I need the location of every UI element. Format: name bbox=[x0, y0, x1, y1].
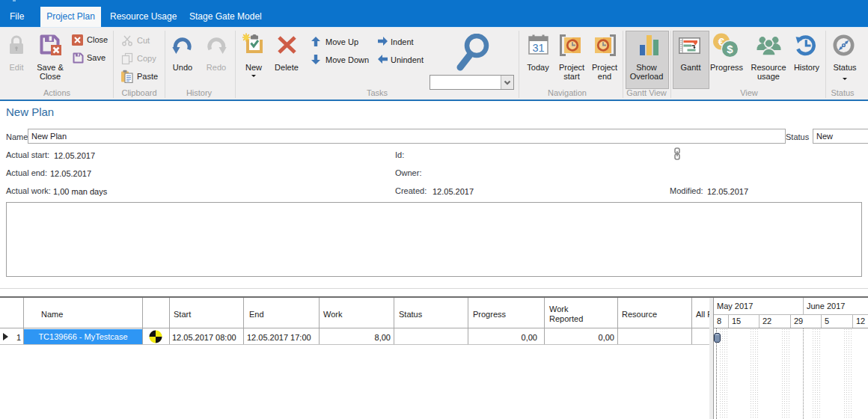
col-line bbox=[544, 298, 545, 345]
gantt-button[interactable]: Gantt bbox=[681, 63, 701, 72]
actual-end-value: 12.05.2017 bbox=[50, 169, 91, 178]
col-header-progress[interactable]: Progress bbox=[473, 310, 506, 319]
cell-work-reported[interactable]: 0,00 bbox=[547, 333, 614, 342]
tab-project-plan[interactable]: Project Plan bbox=[40, 7, 101, 27]
notes-textarea[interactable] bbox=[6, 202, 862, 277]
modified-value: 12.05.2017 bbox=[707, 187, 748, 196]
group-separator bbox=[519, 31, 519, 98]
col-line bbox=[691, 298, 692, 345]
group-label-actions: Actions bbox=[43, 88, 70, 97]
tab-resource-usage[interactable]: Resource Usage bbox=[110, 11, 177, 22]
owner-label: Owner: bbox=[395, 168, 421, 177]
tab-file[interactable]: File bbox=[10, 11, 24, 22]
indent-button[interactable]: Indent bbox=[391, 37, 414, 46]
actual-work-label: Actual work: bbox=[6, 186, 51, 195]
copy-button[interactable]: Copy bbox=[137, 54, 156, 63]
group-separator bbox=[113, 31, 114, 98]
progress-button[interactable]: Progress bbox=[710, 63, 743, 72]
cell-work[interactable]: 8,00 bbox=[322, 333, 391, 342]
cut-icon bbox=[122, 35, 132, 46]
gantt-month-divider bbox=[803, 298, 804, 314]
task-type-icon bbox=[149, 330, 162, 343]
progress-icon: € $ bbox=[712, 33, 739, 58]
group-label-history: History bbox=[186, 88, 212, 97]
undo-button[interactable]: Undo bbox=[173, 63, 192, 72]
grid-row-bottom-border bbox=[0, 344, 709, 345]
col-header-start[interactable]: Start bbox=[174, 310, 191, 319]
project-end-button[interactable]: Project end bbox=[588, 63, 621, 81]
move-down-button[interactable]: Move Down bbox=[326, 55, 369, 64]
col-header-name[interactable]: Name bbox=[41, 310, 63, 319]
project-end-icon bbox=[593, 34, 617, 56]
col-line bbox=[617, 298, 618, 345]
edit-button[interactable]: Edit bbox=[10, 63, 24, 72]
today-button[interactable]: Today bbox=[527, 63, 548, 72]
col-line bbox=[142, 298, 143, 345]
gantt-week-divider bbox=[852, 314, 853, 328]
name-input[interactable]: New Plan bbox=[28, 129, 786, 144]
combobox-dropdown-button[interactable] bbox=[501, 76, 513, 89]
status-dropdown-caret[interactable] bbox=[843, 78, 847, 80]
group-label-clipboard: Clipboard bbox=[121, 88, 156, 97]
col-header-end[interactable]: End bbox=[249, 310, 264, 319]
row-indicator-arrow bbox=[3, 333, 8, 340]
col-header-resource[interactable]: Resource bbox=[622, 310, 657, 319]
gantt-week-22: 22 bbox=[762, 316, 771, 325]
unindent-icon bbox=[378, 55, 388, 64]
col-line bbox=[243, 298, 244, 345]
group-separator bbox=[165, 31, 165, 98]
delete-button[interactable]: Delete bbox=[275, 63, 299, 72]
gantt-week-29: 29 bbox=[794, 316, 803, 325]
col-line bbox=[319, 298, 320, 345]
resource-usage-button[interactable]: Resource usage bbox=[747, 63, 790, 81]
move-up-button[interactable]: Move Up bbox=[326, 37, 358, 46]
save-button[interactable]: Save bbox=[87, 53, 106, 62]
show-overload-button[interactable]: Show Overload bbox=[625, 63, 668, 81]
col-header-work[interactable]: Work bbox=[323, 310, 342, 319]
col-line bbox=[394, 298, 394, 345]
history-button[interactable]: History bbox=[794, 63, 819, 72]
splitter-line[interactable] bbox=[0, 288, 868, 289]
col-line bbox=[169, 298, 170, 345]
show-overload-icon bbox=[639, 35, 658, 56]
redo-button[interactable]: Redo bbox=[207, 63, 226, 72]
gantt-week-divider bbox=[728, 314, 729, 328]
tab-stage-gate-model[interactable]: Stage Gate Model bbox=[189, 11, 262, 22]
cell-progress[interactable]: 0,00 bbox=[471, 333, 537, 342]
gantt-icon bbox=[679, 37, 700, 54]
actual-start-value: 12.05.2017 bbox=[54, 151, 95, 160]
today-icon: 31 bbox=[528, 34, 548, 55]
new-icon bbox=[242, 33, 264, 55]
paste-button[interactable]: Paste bbox=[137, 72, 158, 81]
modified-label: Modified: bbox=[670, 186, 703, 195]
cut-button[interactable]: Cut bbox=[137, 36, 150, 45]
group-label-status: Status bbox=[831, 88, 854, 97]
cell-end[interactable]: 12.05.2017 17:00 bbox=[247, 333, 311, 342]
gantt-milestone[interactable] bbox=[714, 333, 721, 343]
gantt-month-june: June 2017 bbox=[807, 302, 845, 311]
cell-start[interactable]: 12.05.2017 08:00 bbox=[172, 333, 236, 342]
new-button[interactable]: New bbox=[245, 63, 262, 72]
unindent-button[interactable]: Unindent bbox=[391, 55, 424, 64]
col-header-status[interactable]: Status bbox=[399, 310, 422, 319]
status-button[interactable]: Status bbox=[833, 63, 856, 72]
app-window: File Project Plan Resource Usage Stage G… bbox=[0, 0, 868, 419]
actual-end-label: Actual end: bbox=[6, 168, 47, 177]
attachment-icon[interactable] bbox=[674, 147, 680, 160]
gantt-week-12: 12 bbox=[856, 316, 865, 325]
new-dropdown-caret[interactable] bbox=[251, 75, 256, 77]
task-name-cell[interactable]: TC139666 - MyTestcase bbox=[24, 329, 142, 344]
status-label: Status bbox=[786, 132, 809, 141]
status-input[interactable]: New bbox=[813, 129, 868, 144]
project-start-button[interactable]: Project start bbox=[555, 63, 588, 81]
ribbon-tab-bar: File Project Plan Resource Usage Stage G… bbox=[0, 0, 868, 27]
gantt-month-line bbox=[803, 328, 804, 419]
actual-start-label: Actual start: bbox=[6, 150, 49, 159]
save-and-close-button[interactable]: Save & Close bbox=[32, 63, 68, 81]
close-button[interactable]: Close bbox=[87, 35, 108, 44]
search-combobox[interactable] bbox=[430, 75, 514, 90]
move-down-icon bbox=[311, 55, 320, 64]
copy-icon bbox=[121, 52, 133, 64]
col-header-work-reported[interactable]: Work Reported bbox=[549, 305, 594, 324]
gantt-weekend-band bbox=[750, 328, 759, 419]
